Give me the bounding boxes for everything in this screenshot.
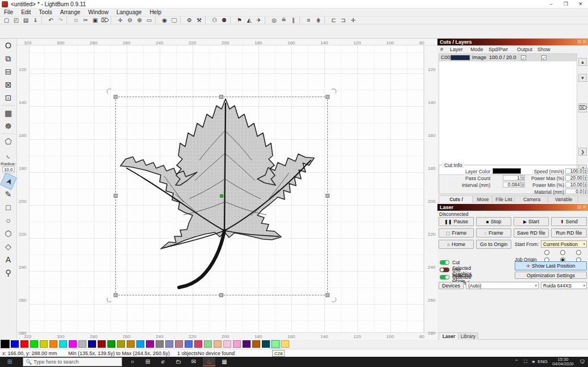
tab-shape-properties[interactable]: Shape Properties: [578, 195, 588, 203]
resize-handle-topleft[interactable]: [114, 95, 118, 99]
edge-icon[interactable]: ℯ: [157, 357, 169, 366]
interval-spinner[interactable]: ▴▾: [521, 182, 525, 187]
layer-output-checkbox[interactable]: ✓: [521, 55, 526, 60]
start-button[interactable]: ⊞: [3, 357, 16, 366]
laser-panel-title[interactable]: Laser ⊡ ✕: [437, 204, 588, 211]
rotate-handle-topleft[interactable]: [106, 88, 112, 94]
palette-color-26[interactable]: [252, 340, 260, 348]
tab-variable-text[interactable]: Variable Text: [548, 195, 579, 203]
palette-color-17[interactable]: [165, 340, 173, 348]
palette-color-28[interactable]: [272, 340, 280, 348]
shape-offset-icon[interactable]: ⬠: [2, 135, 15, 148]
tab-camera-control[interactable]: Camera Control: [514, 195, 549, 203]
settings-icon[interactable]: ⚙: [185, 16, 194, 24]
layer-assign-right-icon[interactable]: ❯: [578, 148, 587, 156]
rotate-handle-bottomright[interactable]: [331, 297, 336, 302]
run-rd-button[interactable]: Run RD file: [551, 228, 587, 237]
tab-cuts-layers[interactable]: Cuts / Layers: [439, 195, 474, 203]
palette-color-7[interactable]: [69, 340, 77, 348]
pentagon-tool[interactable]: ◇: [2, 240, 15, 253]
palette-color-2[interactable]: [20, 340, 28, 348]
palette-color-4[interactable]: [40, 340, 48, 348]
tab-file-list[interactable]: File List: [492, 195, 516, 203]
align-vertical-icon[interactable]: ⋕: [314, 16, 323, 24]
frame-rect-button[interactable]: ⬚Frame: [439, 228, 474, 237]
file-explorer-icon[interactable]: 🗀: [172, 357, 185, 366]
palette-color-15[interactable]: [146, 340, 154, 348]
delete-icon[interactable]: ⌦: [100, 16, 110, 24]
zoom-in-icon[interactable]: ⊕: [135, 16, 144, 24]
tab-move[interactable]: Move: [472, 195, 494, 203]
home-button[interactable]: ⌂Home: [439, 240, 474, 249]
lightburn-icon[interactable]: ♨: [203, 357, 215, 366]
boolean-union-icon[interactable]: ⧉: [2, 52, 15, 65]
menu-arrange[interactable]: Arrange: [56, 9, 85, 16]
job-origin-radio-1[interactable]: [560, 250, 565, 255]
frame-circle-button[interactable]: ◌Frame: [476, 228, 511, 237]
job-origin-radio-2[interactable]: [576, 250, 581, 255]
devices-button[interactable]: Devices: [439, 282, 464, 289]
radius-field[interactable]: 10.0: [2, 166, 15, 172]
menu-language[interactable]: Language: [112, 9, 146, 16]
camera-capture-icon[interactable]: ◉: [160, 16, 169, 24]
go-to-origin-button[interactable]: Go to Origin: [476, 240, 511, 249]
taskbar-search-input[interactable]: 🔍 Type here to search: [23, 357, 122, 366]
menu-tools[interactable]: Tools: [35, 9, 56, 16]
grid-array-icon[interactable]: ▦: [2, 107, 15, 119]
resize-handle-top[interactable]: [219, 95, 223, 99]
ellipse-tool[interactable]: ○: [2, 214, 15, 227]
speed-spinner[interactable]: ▴▾: [583, 168, 587, 174]
distribute-horizontal-icon[interactable]: ∥: [289, 16, 298, 24]
mirror-horizontal-icon[interactable]: ◭: [244, 16, 254, 24]
palette-color-14[interactable]: [136, 340, 144, 348]
rotate-handle-topright[interactable]: [331, 89, 336, 94]
palette-color-27[interactable]: [262, 340, 270, 348]
close-panel-icon[interactable]: ✕: [582, 39, 586, 44]
language-indicator[interactable]: ENG: [536, 357, 549, 366]
rectangle-tool[interactable]: □: [2, 201, 15, 214]
redo-icon[interactable]: ↷: [56, 16, 65, 24]
close-button[interactable]: ✕: [573, 0, 588, 9]
palette-color-23[interactable]: [223, 340, 231, 348]
toggle-optimize-cut-path[interactable]: [440, 275, 449, 280]
toggle-cut-selected-graphics[interactable]: [440, 260, 449, 265]
palette-color-1[interactable]: [11, 340, 19, 348]
task-view-icon[interactable]: ⊞: [141, 357, 154, 366]
resize-handle-right[interactable]: [326, 194, 330, 198]
device-dropdown[interactable]: Ruida 644XS▾: [541, 282, 587, 289]
job-origin-radio-0[interactable]: [544, 250, 549, 255]
cuts-layers-panel-title[interactable]: Cuts / Layers ⊡ ✕: [437, 39, 588, 45]
maximize-button[interactable]: ❐: [558, 0, 573, 9]
palette-color-21[interactable]: [204, 340, 212, 348]
polygon-tool[interactable]: ⬡: [2, 227, 15, 240]
palette-color-0[interactable]: [1, 340, 9, 348]
mail-icon[interactable]: ✉: [187, 357, 200, 366]
send-button[interactable]: ⬆Send: [551, 217, 587, 226]
align-stamp-icon[interactable]: ≞: [279, 16, 289, 24]
palette-color-10[interactable]: [98, 340, 106, 348]
open-file-icon[interactable]: ◰: [11, 16, 21, 24]
layer-move-down-icon[interactable]: ▼: [578, 74, 587, 82]
rotate-handle-bottomleft[interactable]: [107, 297, 112, 302]
float-panel-icon[interactable]: ⊡: [577, 39, 581, 44]
palette-color-19[interactable]: [185, 340, 193, 348]
palette-color-29[interactable]: [281, 340, 289, 348]
frame-selection-icon[interactable]: ▭: [144, 16, 154, 24]
power-min-spinner[interactable]: ▴▾: [583, 182, 587, 187]
toggle-use-selection-origin[interactable]: [440, 268, 449, 272]
user-icon[interactable]: ⚉: [219, 16, 229, 24]
material-field[interactable]: 0.0: [565, 189, 583, 194]
position-laser-tool[interactable]: ⚲: [2, 266, 15, 279]
zoom-out-icon[interactable]: ⊖: [125, 16, 135, 24]
users-icon[interactable]: ⚇: [210, 16, 219, 24]
layer-list[interactable]: C00 Image 100.0 / 20.0 ✓ ✓: [439, 53, 577, 175]
pan-view-icon[interactable]: ✛: [115, 16, 125, 24]
stop-button[interactable]: ■Stop: [476, 217, 511, 226]
dock-left-icon[interactable]: ⊏: [329, 16, 339, 24]
resize-handle-topright[interactable]: [326, 95, 330, 99]
notification-center-icon[interactable]: 🗨: [576, 357, 588, 366]
send-plane-icon[interactable]: ✈: [254, 16, 264, 24]
optimization-settings-button[interactable]: Optimization Settings: [515, 272, 587, 279]
paste-icon[interactable]: ▣: [90, 16, 100, 24]
palette-color-25[interactable]: [243, 340, 251, 348]
